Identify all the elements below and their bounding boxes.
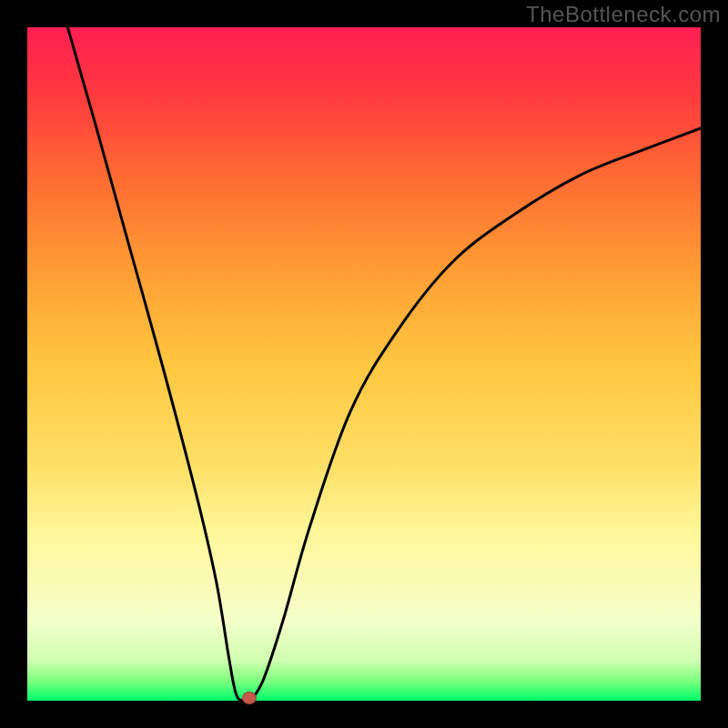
- watermark-text: TheBottleneck.com: [526, 2, 721, 27]
- chart-frame: TheBottleneck.com: [0, 0, 728, 728]
- curve-svg: [27, 27, 701, 701]
- plot-area: [27, 27, 701, 701]
- optimal-marker: [242, 692, 257, 704]
- bottleneck-curve: [67, 27, 701, 701]
